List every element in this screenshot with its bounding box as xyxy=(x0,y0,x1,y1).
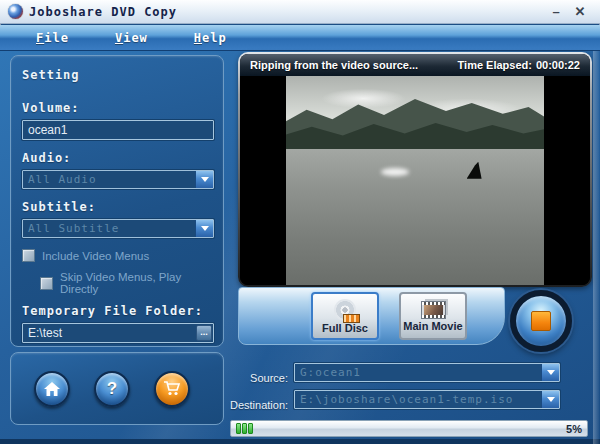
subtitle-selected-value: All Subtitle xyxy=(23,220,213,237)
progress-block xyxy=(248,423,253,434)
include-menus-label: Include Video Menus xyxy=(42,250,149,262)
title-bar: Joboshare DVD Copy – ✕ xyxy=(0,0,600,24)
progress-bar: 5% xyxy=(230,420,588,437)
audio-dropdown-button[interactable] xyxy=(195,171,213,188)
chevron-down-icon xyxy=(201,226,209,231)
film-sprockets xyxy=(422,315,445,318)
skip-menus-checkbox[interactable] xyxy=(40,277,53,290)
source-row: Source: G:ocean1 xyxy=(230,363,560,393)
chevron-down-icon xyxy=(547,370,555,375)
skip-menus-row: Skip Video Menus, Play Directly xyxy=(40,271,212,295)
time-elapsed-label: Time Elapsed: xyxy=(458,59,532,71)
subtitle-select[interactable]: All Subtitle xyxy=(22,219,214,238)
chevron-down-icon xyxy=(201,177,209,182)
destination-select[interactable]: E:\joboshare\ocean1-temp.iso xyxy=(294,390,560,409)
menu-file[interactable]: File xyxy=(32,29,73,47)
skip-menus-label: Skip Video Menus, Play Directly xyxy=(60,271,212,295)
window-title: Joboshare DVD Copy xyxy=(29,5,177,19)
window-bottom-edge xyxy=(0,439,600,444)
progress-block xyxy=(236,423,241,434)
help-button[interactable]: ? xyxy=(94,371,130,407)
time-elapsed-value: 00:00:22 xyxy=(536,59,580,71)
audio-select[interactable]: All Audio xyxy=(22,170,214,189)
film-picture xyxy=(424,305,443,315)
video-viewport xyxy=(240,76,590,285)
volume-input[interactable]: ocean1 xyxy=(22,120,214,140)
volume-label: Volume: xyxy=(22,101,212,115)
app-logo-icon xyxy=(8,4,23,19)
question-mark-icon: ? xyxy=(107,379,117,399)
ripping-status-text: Ripping from the video source... xyxy=(250,59,418,71)
stop-button[interactable] xyxy=(510,290,572,352)
footer-panel: ? xyxy=(10,352,224,425)
main-movie-label: Main Movie xyxy=(403,320,462,332)
video-preview-frame: Ripping from the video source... Time El… xyxy=(238,52,592,287)
chevron-down-icon xyxy=(547,397,555,402)
home-button[interactable] xyxy=(34,371,70,407)
disc-icon xyxy=(334,299,356,321)
source-select[interactable]: G:ocean1 xyxy=(294,363,560,382)
filmstrip-icon xyxy=(343,314,360,323)
mode-panel: Full Disc Main Movie xyxy=(238,287,505,345)
main-area: Setting Volume: ocean1 Audio: All Audio … xyxy=(0,51,600,444)
full-disc-button[interactable]: Full Disc xyxy=(311,292,379,340)
minimize-button[interactable]: – xyxy=(544,3,568,21)
temp-folder-value: E:\test xyxy=(28,326,62,340)
temp-folder-label: Temporary File Folder: xyxy=(22,304,212,318)
film-frames-icon xyxy=(421,301,446,319)
shopping-cart-icon xyxy=(163,381,181,397)
preview-status-bar: Ripping from the video source... Time El… xyxy=(240,54,590,76)
menu-help[interactable]: Help xyxy=(190,29,231,47)
destination-selected-value: E:\joboshare\ocean1-temp.iso xyxy=(295,391,559,408)
menu-bar: File View Help xyxy=(0,25,600,51)
progress-block xyxy=(242,423,247,434)
include-menus-row: Include Video Menus xyxy=(22,249,212,262)
subtitle-label: Subtitle: xyxy=(22,200,212,214)
destination-dropdown-button[interactable] xyxy=(541,391,559,408)
destination-row: Destination: E:\joboshare\ocean1-temp.is… xyxy=(230,390,560,420)
include-menus-checkbox[interactable] xyxy=(22,249,35,262)
scene-sea xyxy=(286,149,544,285)
browse-button[interactable]: ... xyxy=(196,325,212,341)
source-dropdown-button[interactable] xyxy=(541,364,559,381)
destination-label: Destination: xyxy=(230,399,294,411)
menu-view[interactable]: View xyxy=(111,29,152,47)
temp-folder-input[interactable]: E:\test ... xyxy=(22,323,214,343)
source-label: Source: xyxy=(230,372,294,384)
source-selected-value: G:ocean1 xyxy=(295,364,559,381)
progress-percent: 5% xyxy=(566,423,582,435)
audio-selected-value: All Audio xyxy=(23,171,213,188)
close-button[interactable]: ✕ xyxy=(568,3,592,21)
settings-heading: Setting xyxy=(22,68,212,82)
audio-label: Audio: xyxy=(22,151,212,165)
main-movie-button[interactable]: Main Movie xyxy=(399,292,467,340)
stop-icon xyxy=(531,311,551,331)
full-disc-label: Full Disc xyxy=(322,322,368,334)
subtitle-dropdown-button[interactable] xyxy=(195,220,213,237)
app-window: Joboshare DVD Copy – ✕ File View Help Se… xyxy=(0,0,600,444)
video-preview: Ripping from the video source... Time El… xyxy=(240,54,590,285)
buy-button[interactable] xyxy=(154,371,190,407)
home-icon xyxy=(43,381,61,397)
settings-panel: Setting Volume: ocean1 Audio: All Audio … xyxy=(10,55,224,347)
video-still-ocean-scene xyxy=(286,76,544,285)
time-elapsed: Time Elapsed: 00:00:22 xyxy=(458,59,580,71)
